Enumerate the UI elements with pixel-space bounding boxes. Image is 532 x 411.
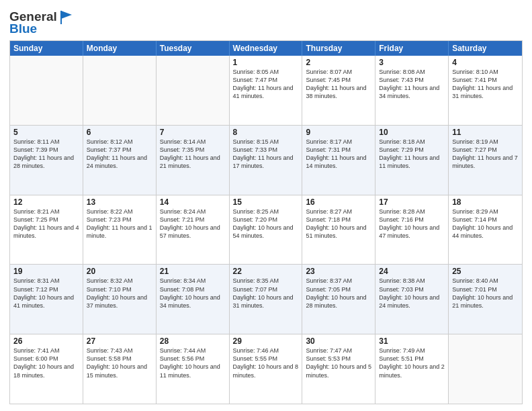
calendar-cell-2-6: 18Sunrise: 8:29 AM Sunset: 7:14 PM Dayli… bbox=[449, 195, 522, 265]
calendar-row-2: 12Sunrise: 8:21 AM Sunset: 7:25 PM Dayli… bbox=[10, 195, 522, 265]
calendar-cell-4-1: 27Sunrise: 7:43 AM Sunset: 5:58 PM Dayli… bbox=[83, 334, 157, 404]
calendar-header-wednesday: Wednesday bbox=[230, 41, 303, 56]
day-info: Sunrise: 8:32 AM Sunset: 7:10 PM Dayligh… bbox=[87, 277, 152, 310]
calendar-cell-1-6: 11Sunrise: 8:19 AM Sunset: 7:27 PM Dayli… bbox=[449, 126, 522, 195]
day-number: 17 bbox=[379, 197, 445, 207]
svg-marker-0 bbox=[61, 11, 72, 19]
day-number: 10 bbox=[379, 128, 445, 137]
calendar-cell-0-6: 4Sunrise: 8:10 AM Sunset: 7:41 PM Daylig… bbox=[449, 56, 522, 125]
calendar-row-4: 26Sunrise: 7:41 AM Sunset: 6:00 PM Dayli… bbox=[10, 334, 522, 404]
day-info: Sunrise: 8:40 AM Sunset: 7:01 PM Dayligh… bbox=[452, 277, 519, 310]
day-number: 20 bbox=[87, 267, 152, 276]
day-info: Sunrise: 7:41 AM Sunset: 6:00 PM Dayligh… bbox=[13, 347, 79, 379]
header: General Blue bbox=[9, 7, 523, 36]
page: General Blue SundayMondayTuesdayWednesda… bbox=[0, 0, 532, 411]
calendar-cell-4-2: 28Sunrise: 7:44 AM Sunset: 5:56 PM Dayli… bbox=[157, 334, 230, 404]
calendar-cell-3-2: 21Sunrise: 8:34 AM Sunset: 7:08 PM Dayli… bbox=[157, 265, 230, 334]
calendar-cell-1-3: 8Sunrise: 8:15 AM Sunset: 7:33 PM Daylig… bbox=[230, 126, 303, 195]
day-info: Sunrise: 8:22 AM Sunset: 7:23 PM Dayligh… bbox=[87, 208, 152, 240]
calendar-body: 1Sunrise: 8:05 AM Sunset: 7:47 PM Daylig… bbox=[10, 56, 522, 404]
calendar-cell-2-5: 17Sunrise: 8:28 AM Sunset: 7:16 PM Dayli… bbox=[375, 195, 449, 265]
day-info: Sunrise: 8:11 AM Sunset: 7:39 PM Dayligh… bbox=[13, 138, 79, 171]
day-info: Sunrise: 8:07 AM Sunset: 7:45 PM Dayligh… bbox=[306, 68, 371, 101]
calendar-cell-1-0: 5Sunrise: 8:11 AM Sunset: 7:39 PM Daylig… bbox=[10, 126, 83, 195]
day-number: 21 bbox=[160, 267, 226, 276]
calendar-cell-2-1: 13Sunrise: 8:22 AM Sunset: 7:23 PM Dayli… bbox=[83, 195, 157, 265]
calendar-cell-3-0: 19Sunrise: 8:31 AM Sunset: 7:12 PM Dayli… bbox=[10, 265, 83, 334]
day-number: 8 bbox=[233, 128, 299, 137]
logo-flag-icon bbox=[58, 9, 73, 24]
calendar-cell-1-4: 9Sunrise: 8:17 AM Sunset: 7:31 PM Daylig… bbox=[302, 126, 375, 195]
day-info: Sunrise: 8:12 AM Sunset: 7:37 PM Dayligh… bbox=[87, 138, 152, 171]
day-info: Sunrise: 7:44 AM Sunset: 5:56 PM Dayligh… bbox=[160, 347, 226, 379]
day-number: 22 bbox=[233, 267, 299, 276]
calendar-row-1: 5Sunrise: 8:11 AM Sunset: 7:39 PM Daylig… bbox=[10, 125, 522, 195]
day-info: Sunrise: 8:14 AM Sunset: 7:35 PM Dayligh… bbox=[160, 138, 226, 171]
day-number: 2 bbox=[306, 58, 371, 67]
calendar-cell-4-4: 30Sunrise: 7:47 AM Sunset: 5:53 PM Dayli… bbox=[302, 334, 375, 404]
day-number: 23 bbox=[306, 267, 371, 276]
day-number: 6 bbox=[87, 128, 152, 137]
calendar-cell-3-3: 22Sunrise: 8:35 AM Sunset: 7:07 PM Dayli… bbox=[230, 265, 303, 334]
calendar-cell-0-3: 1Sunrise: 8:05 AM Sunset: 7:47 PM Daylig… bbox=[230, 56, 303, 125]
calendar-cell-3-1: 20Sunrise: 8:32 AM Sunset: 7:10 PM Dayli… bbox=[83, 265, 157, 334]
day-number: 1 bbox=[233, 58, 299, 67]
day-info: Sunrise: 8:21 AM Sunset: 7:25 PM Dayligh… bbox=[13, 208, 79, 240]
day-number: 18 bbox=[452, 197, 519, 207]
calendar-cell-3-6: 25Sunrise: 8:40 AM Sunset: 7:01 PM Dayli… bbox=[449, 265, 522, 334]
day-info: Sunrise: 8:31 AM Sunset: 7:12 PM Dayligh… bbox=[13, 277, 79, 310]
day-info: Sunrise: 8:24 AM Sunset: 7:21 PM Dayligh… bbox=[160, 208, 226, 240]
day-info: Sunrise: 8:05 AM Sunset: 7:47 PM Dayligh… bbox=[233, 68, 299, 101]
day-info: Sunrise: 8:28 AM Sunset: 7:16 PM Dayligh… bbox=[379, 208, 445, 240]
calendar-cell-4-0: 26Sunrise: 7:41 AM Sunset: 6:00 PM Dayli… bbox=[10, 334, 83, 404]
day-number: 7 bbox=[160, 128, 226, 137]
day-number: 30 bbox=[306, 336, 371, 346]
calendar-row-3: 19Sunrise: 8:31 AM Sunset: 7:12 PM Dayli… bbox=[10, 264, 522, 334]
calendar-header-friday: Friday bbox=[375, 41, 449, 56]
day-number: 19 bbox=[13, 267, 79, 276]
calendar-cell-1-5: 10Sunrise: 8:18 AM Sunset: 7:29 PM Dayli… bbox=[375, 126, 449, 195]
day-number: 28 bbox=[160, 336, 226, 346]
day-info: Sunrise: 7:43 AM Sunset: 5:58 PM Dayligh… bbox=[87, 347, 152, 379]
calendar-cell-3-5: 24Sunrise: 8:38 AM Sunset: 7:03 PM Dayli… bbox=[375, 265, 449, 334]
calendar-cell-2-4: 16Sunrise: 8:27 AM Sunset: 7:18 PM Dayli… bbox=[302, 195, 375, 265]
day-info: Sunrise: 8:15 AM Sunset: 7:33 PM Dayligh… bbox=[233, 138, 299, 171]
calendar-header-monday: Monday bbox=[83, 41, 157, 56]
day-number: 5 bbox=[13, 128, 79, 137]
day-number: 24 bbox=[379, 267, 445, 276]
day-info: Sunrise: 8:18 AM Sunset: 7:29 PM Dayligh… bbox=[379, 138, 445, 171]
calendar-cell-0-2 bbox=[157, 56, 230, 125]
day-info: Sunrise: 8:29 AM Sunset: 7:14 PM Dayligh… bbox=[452, 208, 519, 240]
calendar-cell-4-3: 29Sunrise: 7:46 AM Sunset: 5:55 PM Dayli… bbox=[230, 334, 303, 404]
day-number: 4 bbox=[452, 58, 519, 67]
calendar-cell-1-2: 7Sunrise: 8:14 AM Sunset: 7:35 PM Daylig… bbox=[157, 126, 230, 195]
day-info: Sunrise: 8:34 AM Sunset: 7:08 PM Dayligh… bbox=[160, 277, 226, 310]
day-info: Sunrise: 8:37 AM Sunset: 7:05 PM Dayligh… bbox=[306, 277, 371, 310]
calendar-cell-0-4: 2Sunrise: 8:07 AM Sunset: 7:45 PM Daylig… bbox=[302, 56, 375, 125]
calendar-header-sunday: Sunday bbox=[10, 41, 83, 56]
calendar-header-tuesday: Tuesday bbox=[157, 41, 230, 56]
day-number: 27 bbox=[87, 336, 152, 346]
day-number: 29 bbox=[233, 336, 299, 346]
calendar: SundayMondayTuesdayWednesdayThursdayFrid… bbox=[9, 40, 523, 404]
day-info: Sunrise: 8:08 AM Sunset: 7:43 PM Dayligh… bbox=[379, 68, 445, 101]
day-number: 3 bbox=[379, 58, 445, 67]
calendar-cell-0-0 bbox=[10, 56, 83, 125]
day-number: 25 bbox=[452, 267, 519, 276]
day-info: Sunrise: 7:49 AM Sunset: 5:51 PM Dayligh… bbox=[379, 347, 445, 379]
day-number: 9 bbox=[306, 128, 371, 137]
day-number: 15 bbox=[233, 197, 299, 207]
calendar-cell-2-3: 15Sunrise: 8:25 AM Sunset: 7:20 PM Dayli… bbox=[230, 195, 303, 265]
calendar-cell-4-5: 31Sunrise: 7:49 AM Sunset: 5:51 PM Dayli… bbox=[375, 334, 449, 404]
day-info: Sunrise: 8:35 AM Sunset: 7:07 PM Dayligh… bbox=[233, 277, 299, 310]
calendar-cell-2-0: 12Sunrise: 8:21 AM Sunset: 7:25 PM Dayli… bbox=[10, 195, 83, 265]
day-number: 12 bbox=[13, 197, 79, 207]
calendar-header-saturday: Saturday bbox=[449, 41, 522, 56]
day-info: Sunrise: 8:17 AM Sunset: 7:31 PM Dayligh… bbox=[306, 138, 371, 171]
day-info: Sunrise: 7:47 AM Sunset: 5:53 PM Dayligh… bbox=[306, 347, 371, 379]
day-number: 13 bbox=[87, 197, 152, 207]
day-info: Sunrise: 8:10 AM Sunset: 7:41 PM Dayligh… bbox=[452, 68, 519, 101]
calendar-cell-1-1: 6Sunrise: 8:12 AM Sunset: 7:37 PM Daylig… bbox=[83, 126, 157, 195]
day-number: 31 bbox=[379, 336, 445, 346]
day-info: Sunrise: 8:27 AM Sunset: 7:18 PM Dayligh… bbox=[306, 208, 371, 240]
